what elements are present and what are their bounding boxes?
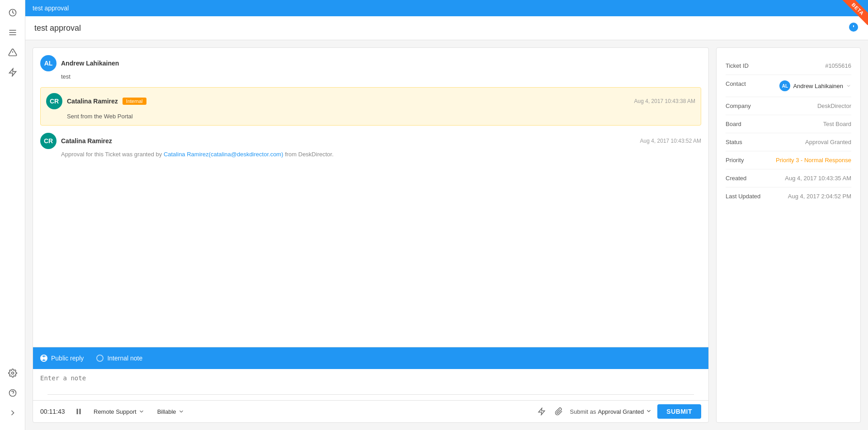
pause-button[interactable]: [73, 406, 85, 417]
ticket-id-label: Ticket ID: [726, 62, 749, 69]
svg-rect-13: [77, 409, 78, 414]
internal-note-radio[interactable]: [96, 355, 104, 362]
board-value: Test Board: [823, 121, 851, 127]
detail-row-created: Created Aug 4, 2017 10:43:35 AM: [726, 169, 851, 187]
detail-row-last-updated: Last Updated Aug 4, 2017 2:04:52 PM: [726, 187, 851, 205]
message-header-first: AL Andrew Lahikainen: [40, 55, 701, 71]
contact-label: Contact: [726, 80, 746, 87]
message-header-approval: CR Catalina Ramirez Aug 4, 2017 10:43:52…: [40, 133, 701, 149]
priority-label: Priority: [726, 157, 744, 164]
content-area: AL Andrew Lahikainen test CR Catalina Ra…: [25, 40, 868, 430]
detail-row-ticket-id: Ticket ID #1055616: [726, 57, 851, 75]
internal-badge: Internal: [123, 98, 146, 105]
approval-message-body: Approval for this Ticket was granted by …: [61, 151, 701, 158]
detail-row-contact: Contact AL Andrew Lahikainen: [726, 75, 851, 97]
timer-display: 00:11:43: [40, 408, 67, 415]
last-updated-value: Aug 4, 2017 2:04:52 PM: [788, 193, 851, 200]
internal-message-time: Aug 4, 2017 10:43:38 AM: [634, 98, 695, 104]
created-label: Created: [726, 175, 746, 182]
ticket-id-value: #1055616: [825, 62, 851, 69]
message-author-catalina-approval: Catalina Ramirez: [61, 137, 112, 145]
page-title: test approval: [34, 23, 81, 33]
internal-message-body: Sent from the Web Portal: [67, 113, 695, 120]
contact-avatar: AL: [779, 80, 790, 91]
note-input[interactable]: [40, 374, 701, 393]
internal-note-label: Internal note: [107, 355, 142, 362]
company-label: Company: [726, 103, 751, 109]
message-body-first: test: [61, 73, 701, 80]
message-header-internal: CR Catalina Ramirez Internal Aug 4, 2017…: [46, 93, 695, 109]
public-reply-radio[interactable]: [40, 355, 47, 362]
ticket-panel: AL Andrew Lahikainen test CR Catalina Ra…: [33, 47, 709, 423]
detail-row-priority: Priority Priority 3 - Normal Response: [726, 151, 851, 169]
reply-toolbar: 00:11:43 Remote Support Billable: [33, 400, 708, 422]
approval-message: CR Catalina Ramirez Aug 4, 2017 10:43:52…: [40, 133, 701, 158]
main-content: test approval test approval AL Andrew La…: [25, 0, 868, 430]
last-updated-label: Last Updated: [726, 193, 760, 200]
created-value: Aug 4, 2017 10:43:35 AM: [785, 175, 851, 182]
attachment-icon[interactable]: [553, 406, 565, 417]
submit-as-label: Submit as: [570, 408, 596, 415]
message-item-first: AL Andrew Lahikainen test: [40, 55, 701, 80]
board-label: Board: [726, 121, 741, 127]
svg-marker-15: [538, 408, 545, 415]
approval-text: Approval for this Ticket was granted by …: [61, 151, 334, 158]
billing-dropdown[interactable]: Billable: [154, 407, 188, 417]
submit-button[interactable]: SUBMIT: [657, 404, 701, 419]
contact-value[interactable]: AL Andrew Lahikainen: [779, 80, 851, 91]
approval-link: Catalina Ramirez(catalina@deskdirector.c…: [164, 151, 283, 158]
status-label: Status: [726, 139, 742, 145]
company-value: DeskDirector: [817, 103, 851, 109]
beta-badge: BETA: [836, 0, 868, 32]
reply-tabs: Public reply Internal note: [33, 347, 708, 369]
detail-row-board: Board Test Board: [726, 115, 851, 133]
priority-value: Priority 3 - Normal Response: [776, 157, 851, 164]
bolt-action-icon[interactable]: [536, 406, 547, 417]
svg-marker-6: [9, 69, 16, 76]
avatar-catalina-approval: CR: [40, 133, 57, 149]
reply-area: Public reply Internal note 00:11:43: [33, 347, 708, 422]
right-panel: Ticket ID #1055616 Contact AL Andrew Lah…: [716, 47, 861, 423]
submit-as-group: Submit as Approval Granted: [570, 408, 652, 416]
type-dropdown[interactable]: Remote Support: [90, 407, 148, 417]
note-divider: [47, 394, 694, 395]
list-icon[interactable]: [5, 24, 21, 41]
public-reply-label: Public reply: [51, 355, 84, 362]
svg-rect-14: [80, 409, 81, 414]
clock-icon[interactable]: [5, 5, 21, 21]
settings-icon[interactable]: [5, 365, 21, 381]
type-label: Remote Support: [94, 408, 137, 415]
messages-area: AL Andrew Lahikainen test CR Catalina Ra…: [33, 48, 708, 347]
active-tab-label: test approval: [33, 5, 69, 12]
approval-message-time: Aug 4, 2017 10:43:52 AM: [640, 138, 701, 144]
contact-name: Andrew Lahikainen: [793, 83, 843, 89]
sidebar: [0, 0, 25, 430]
submit-as-dropdown-btn[interactable]: [646, 408, 652, 416]
svg-point-7: [11, 372, 14, 374]
submit-as-value: Approval Granted: [598, 408, 644, 415]
contact-chevron-icon: [846, 83, 851, 89]
billing-label: Billable: [157, 408, 176, 415]
detail-row-status: Status Approval Granted: [726, 133, 851, 151]
message-author-andrew: Andrew Lahikainen: [61, 60, 119, 67]
bolt-icon[interactable]: [5, 64, 21, 80]
top-bar: test approval: [25, 0, 868, 16]
page-title-bar: test approval: [25, 16, 868, 40]
expand-icon[interactable]: [5, 405, 21, 421]
message-author-catalina-internal: Catalina Ramirez: [67, 98, 118, 105]
note-input-area: [33, 369, 708, 400]
internal-note-tab[interactable]: Internal note: [94, 351, 144, 365]
internal-message: CR Catalina Ramirez Internal Aug 4, 2017…: [40, 87, 701, 126]
alert-icon[interactable]: [5, 44, 21, 61]
help-icon[interactable]: [5, 385, 21, 401]
avatar-andrew: AL: [40, 55, 57, 71]
avatar-catalina-internal: CR: [46, 93, 62, 109]
public-reply-tab[interactable]: Public reply: [38, 351, 85, 365]
status-value: Approval Granted: [805, 139, 851, 145]
detail-row-company: Company DeskDirector: [726, 97, 851, 115]
